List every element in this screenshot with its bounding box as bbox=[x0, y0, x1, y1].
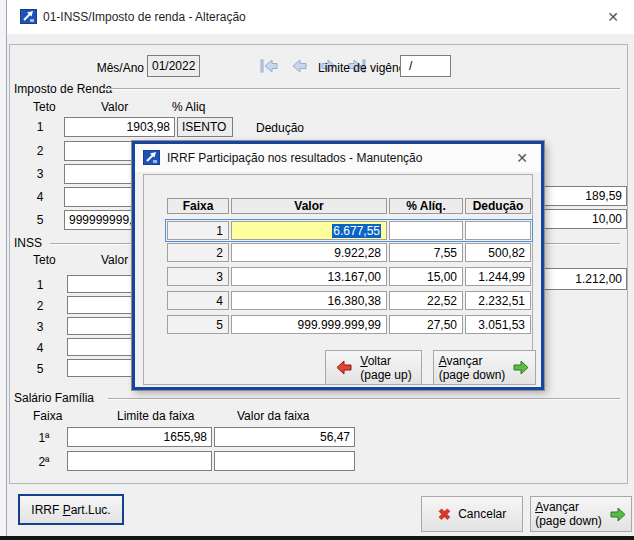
irrf-row-3-faixa: 3 bbox=[167, 267, 229, 286]
cancel-button-label: Cancelar bbox=[458, 507, 506, 521]
sf-row-1-valor-field[interactable]: 56,47 bbox=[214, 427, 355, 447]
advance-arrow-icon bbox=[609, 507, 627, 522]
voltar-page-up-button[interactable]: Voltar (page up) bbox=[325, 350, 422, 385]
advance-page-down-button[interactable]: Avançar (page down) bbox=[530, 496, 632, 532]
irrf-table-row-2: 2 9.922,28 7,55 500,82 bbox=[167, 243, 533, 262]
irrf-row-4-faixa: 4 bbox=[167, 291, 229, 310]
sf-row-2-faixa: 2ª bbox=[33, 455, 55, 469]
modal-app-icon bbox=[143, 150, 160, 165]
irrf-row-5-faixa: 5 bbox=[167, 315, 229, 334]
cancel-button[interactable]: ✖ Cancelar bbox=[421, 496, 523, 532]
ir-row-1-valor-field[interactable]: 1903,98 bbox=[64, 117, 175, 137]
modal-titlebar: IRRF Participação nos resultados - Manut… bbox=[135, 144, 541, 172]
sf-row-2-valor-field[interactable] bbox=[214, 451, 355, 471]
mes-ano-label: Mês/Ano bbox=[96, 61, 144, 75]
avancar-page-down-button[interactable]: Avançar (page down) bbox=[433, 350, 536, 385]
salario-familia-group-line bbox=[108, 398, 620, 400]
irrf-row-2-valor-cell[interactable]: 9.922,28 bbox=[231, 243, 387, 262]
inss-row-4-teto: 4 bbox=[30, 341, 50, 355]
sf-col-limite: Limite da faixa bbox=[117, 409, 194, 423]
ir-row-4-teto: 4 bbox=[30, 190, 50, 204]
irrf-row-4-valor-cell[interactable]: 16.380,38 bbox=[231, 291, 387, 310]
irrf-col-valor: Valor bbox=[231, 198, 387, 214]
modal-title: IRRF Participação nos resultados - Manut… bbox=[167, 151, 422, 165]
irrf-part-luc-button[interactable]: IRRF Part.Luc. bbox=[18, 494, 124, 525]
sf-col-valor: Valor da faixa bbox=[237, 409, 310, 423]
cancel-x-icon: ✖ bbox=[438, 505, 451, 524]
ir-row-3-teto: 3 bbox=[30, 167, 50, 181]
irrf-row-5-deducao-cell[interactable]: 3.051,53 bbox=[465, 315, 531, 334]
irrf-row-3-aliq-cell[interactable]: 15,00 bbox=[389, 267, 463, 286]
window-left-edge bbox=[0, 0, 7, 540]
ir-col-teto: Teto bbox=[33, 100, 56, 114]
inss-row-3-teto: 3 bbox=[30, 320, 50, 334]
salario-familia-group-label: Salário Família bbox=[14, 391, 94, 405]
imposto-renda-group-label: Imposto de Renda bbox=[14, 82, 112, 96]
irrf-row-2-aliq-cell[interactable]: 7,55 bbox=[389, 243, 463, 262]
mes-ano-field[interactable]: 01/2022 bbox=[147, 55, 200, 77]
screen-bottom-edge bbox=[0, 536, 634, 540]
back-arrow-icon bbox=[335, 360, 353, 375]
inss-row-5-teto: 5 bbox=[30, 362, 50, 376]
forward-arrow-icon bbox=[512, 360, 530, 375]
inss-row-2-teto: 2 bbox=[30, 299, 50, 313]
selected-text: 6.677,55 bbox=[332, 224, 381, 238]
sf-row-2-limite-field[interactable] bbox=[67, 451, 212, 471]
irrf-row-1-faixa: 1 bbox=[167, 221, 229, 240]
irrf-modal-dialog: IRRF Participação nos resultados - Manut… bbox=[132, 141, 544, 390]
modal-close-icon[interactable]: ✕ bbox=[513, 149, 531, 167]
irrf-row-5-valor-cell[interactable]: 999.999.999,99 bbox=[231, 315, 387, 334]
sf-row-1-faixa: 1ª bbox=[33, 431, 55, 445]
irrf-row-5-aliq-cell[interactable]: 27,50 bbox=[389, 315, 463, 334]
limite-vigencia-field[interactable]: / bbox=[400, 55, 451, 77]
irrf-row-3-deducao-cell[interactable]: 1.244,99 bbox=[465, 267, 531, 286]
irrf-part-luc-label: IRRF Part.Luc. bbox=[31, 503, 110, 517]
irrf-row-3-valor-cell[interactable]: 13.167,00 bbox=[231, 267, 387, 286]
ir-deducao-label: Dedução bbox=[256, 121, 304, 135]
sf-row-1-limite-field[interactable]: 1655,98 bbox=[67, 427, 212, 447]
sf-col-faixa: Faixa bbox=[33, 409, 62, 423]
irrf-row-4-aliq-cell[interactable]: 22,52 bbox=[389, 291, 463, 310]
main-titlebar: 01-INSS/Imposto de renda - Alteração ✕ bbox=[7, 0, 634, 34]
ir-row-1-teto: 1 bbox=[30, 120, 50, 134]
window-title: 01-INSS/Imposto de renda - Alteração bbox=[43, 10, 246, 24]
screen: { "window": { "title": "01-INSS/Imposto … bbox=[0, 0, 634, 540]
irrf-row-1-valor-cell[interactable]: 6.677,55 bbox=[231, 221, 387, 240]
irrf-table-header-row: Faixa Valor % Alíq. Dedução bbox=[167, 198, 533, 214]
imposto-renda-group-line bbox=[103, 88, 620, 90]
ir-col-valor: Valor bbox=[101, 100, 128, 114]
irrf-col-deducao: Dedução bbox=[465, 198, 531, 214]
ir-row-2-teto: 2 bbox=[30, 144, 50, 158]
nav-first-button[interactable] bbox=[258, 58, 280, 74]
irrf-row-1-aliq-cell[interactable] bbox=[389, 221, 463, 240]
nav-prev-button[interactable] bbox=[288, 58, 310, 74]
ir-col-aliq: % Aliq bbox=[172, 100, 205, 114]
inss-group-label: INSS bbox=[14, 236, 42, 250]
irrf-row-2-faixa: 2 bbox=[167, 243, 229, 262]
prev-record-icon bbox=[290, 59, 308, 73]
ir-row-1-aliq-field[interactable]: ISENTO bbox=[177, 117, 233, 137]
irrf-row-4-deducao-cell[interactable]: 2.232,51 bbox=[465, 291, 531, 310]
irrf-table-row-4: 4 16.380,38 22,52 2.232,51 bbox=[167, 291, 533, 310]
advance-button-label: Avançar (page down) bbox=[535, 500, 602, 528]
irrf-table-row-1-selected: 1 6.677,55 bbox=[165, 219, 533, 242]
inss-col-valor: Valor bbox=[101, 253, 128, 267]
irrf-table-row-3: 3 13.167,00 15,00 1.244,99 bbox=[167, 267, 533, 286]
inss-col-teto: Teto bbox=[33, 253, 56, 267]
irrf-row-2-deducao-cell[interactable]: 500,82 bbox=[465, 243, 531, 262]
close-icon[interactable]: ✕ bbox=[604, 8, 622, 26]
irrf-row-1-deducao-cell[interactable] bbox=[465, 221, 531, 240]
irrf-table-row-5: 5 999.999.999,99 27,50 3.051,53 bbox=[167, 315, 533, 334]
app-icon bbox=[20, 9, 37, 24]
irrf-table: Faixa Valor % Alíq. Dedução 1 6.677,55 2… bbox=[167, 198, 533, 339]
ir-row-5-teto: 5 bbox=[30, 213, 50, 227]
first-record-icon bbox=[260, 59, 278, 73]
irrf-col-aliq: % Alíq. bbox=[389, 198, 463, 214]
voltar-button-label: Voltar (page up) bbox=[360, 354, 411, 382]
inss-row-1-teto: 1 bbox=[30, 278, 50, 292]
avancar-button-label: Avançar (page down) bbox=[439, 354, 506, 382]
irrf-col-faixa: Faixa bbox=[167, 198, 229, 214]
